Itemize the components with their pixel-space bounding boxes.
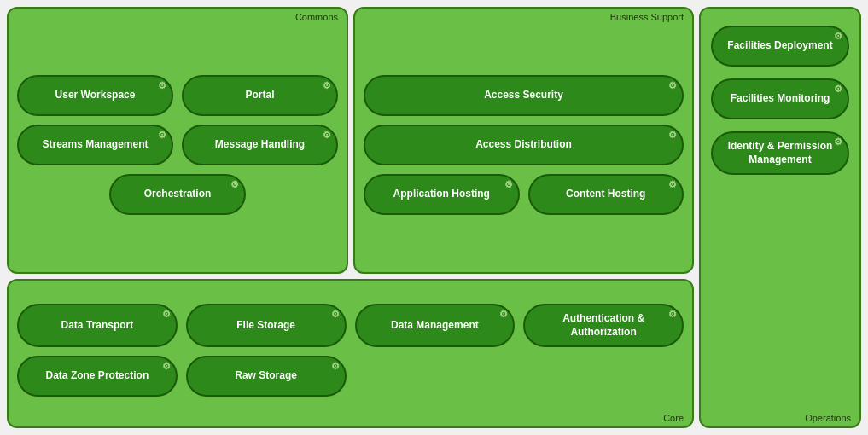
streams-management-button[interactable]: Streams Management ⚙ xyxy=(17,125,173,165)
gear-icon: ⚙ xyxy=(331,309,340,320)
gear-icon: ⚙ xyxy=(323,80,331,91)
authentication-authorization-button[interactable]: Authentication & Authorization ⚙ xyxy=(523,304,684,347)
business-row-2: Access Distribution ⚙ xyxy=(364,125,684,165)
data-zone-protection-button[interactable]: Data Zone Protection ⚙ xyxy=(17,356,178,397)
gear-icon: ⚙ xyxy=(834,84,842,95)
data-transport-button[interactable]: Data Transport ⚙ xyxy=(17,304,178,347)
user-workspace-button[interactable]: User Workspace ⚙ xyxy=(17,75,173,116)
core-panel: Core Data Transport ⚙ File Storage ⚙ Dat… xyxy=(7,279,694,428)
raw-storage-button[interactable]: Raw Storage ⚙ xyxy=(186,356,347,397)
facilities-deployment-button[interactable]: Facilities Deployment ⚙ xyxy=(711,26,849,67)
access-security-button[interactable]: Access Security ⚙ xyxy=(364,75,684,116)
main-layout: Commons User Workspace ⚙ Portal ⚙ Stream… xyxy=(0,0,868,435)
gear-icon: ⚙ xyxy=(668,179,677,190)
gear-icon: ⚙ xyxy=(331,361,340,372)
core-label: Core xyxy=(663,413,684,423)
identity-permission-management-button[interactable]: Identity & Permission Management ⚙ xyxy=(711,131,849,175)
gear-icon: ⚙ xyxy=(158,80,166,91)
gear-icon: ⚙ xyxy=(499,309,508,320)
gear-icon: ⚙ xyxy=(162,309,171,320)
commons-panel: Commons User Workspace ⚙ Portal ⚙ Stream… xyxy=(7,7,348,274)
gear-icon: ⚙ xyxy=(230,179,239,190)
data-management-button[interactable]: Data Management ⚙ xyxy=(355,304,516,347)
gear-icon: ⚙ xyxy=(668,130,677,141)
facilities-monitoring-button[interactable]: Facilities Monitoring ⚙ xyxy=(711,78,849,119)
gear-icon: ⚙ xyxy=(162,361,171,372)
bottom-row: Core Data Transport ⚙ File Storage ⚙ Dat… xyxy=(7,279,694,428)
commons-label: Commons xyxy=(295,12,338,22)
gear-icon: ⚙ xyxy=(834,136,842,148)
portal-button[interactable]: Portal ⚙ xyxy=(182,75,338,116)
left-section: Commons User Workspace ⚙ Portal ⚙ Stream… xyxy=(7,7,694,428)
gear-icon: ⚙ xyxy=(668,80,677,91)
business-row-3: Application Hosting ⚙ Content Hosting ⚙ xyxy=(364,174,684,215)
gear-icon: ⚙ xyxy=(158,130,166,141)
operations-label: Operations xyxy=(805,413,851,423)
application-hosting-button[interactable]: Application Hosting ⚙ xyxy=(364,174,520,215)
content-hosting-button[interactable]: Content Hosting ⚙ xyxy=(528,174,684,215)
gear-icon: ⚙ xyxy=(323,130,331,141)
orchestration-row: Orchestration ⚙ xyxy=(17,174,338,215)
access-distribution-button[interactable]: Access Distribution ⚙ xyxy=(364,125,684,165)
business-support-panel: Business Support Access Security ⚙ Acces… xyxy=(353,7,694,274)
gear-icon: ⚙ xyxy=(668,309,677,320)
orchestration-button[interactable]: Orchestration ⚙ xyxy=(109,174,246,215)
message-handling-button[interactable]: Message Handling ⚙ xyxy=(182,125,338,165)
file-storage-button[interactable]: File Storage ⚙ xyxy=(186,304,347,347)
business-support-label: Business Support xyxy=(610,12,684,22)
gear-icon: ⚙ xyxy=(834,31,842,42)
business-row-1: Access Security ⚙ xyxy=(364,75,684,116)
top-row: Commons User Workspace ⚙ Portal ⚙ Stream… xyxy=(7,7,694,274)
gear-icon: ⚙ xyxy=(504,179,513,190)
operations-panel: Operations Facilities Deployment ⚙ Facil… xyxy=(699,7,861,428)
